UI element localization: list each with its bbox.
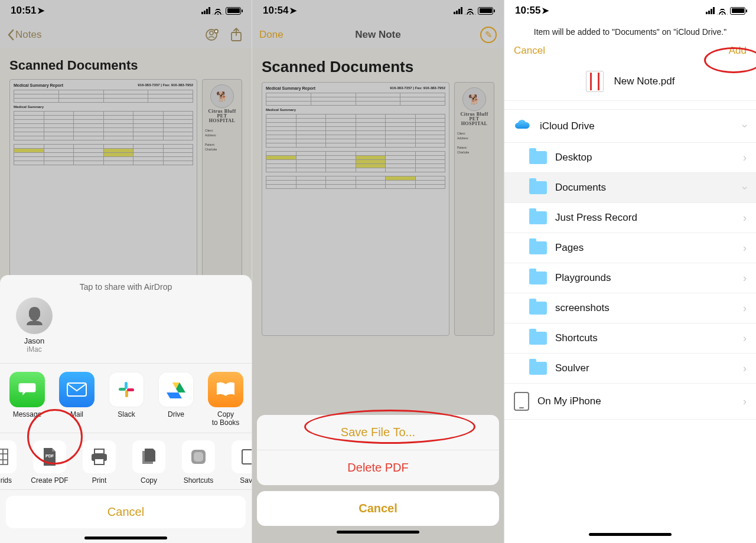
- svg-point-1: [210, 31, 213, 35]
- location-on-my-iphone[interactable]: On My iPhone›: [504, 384, 756, 420]
- share-app-message[interactable]: Message: [2, 372, 52, 426]
- share-icon[interactable]: [228, 27, 245, 43]
- home-indicator[interactable]: [84, 537, 167, 539]
- icloud-icon: [514, 118, 532, 134]
- cancel-button[interactable]: Cancel: [6, 496, 246, 528]
- action-print[interactable]: Print: [74, 440, 124, 485]
- folder-desktop[interactable]: Desktop›: [504, 143, 756, 173]
- svg-rect-10: [94, 449, 104, 454]
- folder-screenshots[interactable]: screenshots›: [504, 293, 756, 323]
- grid-icon: [0, 440, 17, 473]
- nav-bar: Notes: [0, 21, 252, 48]
- battery-icon: [226, 7, 241, 15]
- save-icon: [232, 440, 252, 473]
- chevron-right-icon: ›: [743, 332, 747, 345]
- copy-icon: [132, 440, 165, 473]
- status-bar: 10:55➤: [504, 0, 756, 21]
- chevron-right-icon: ›: [743, 362, 747, 375]
- cellular-icon: [706, 7, 715, 14]
- chevron-down-icon: ›: [739, 186, 751, 189]
- folder-playgrounds[interactable]: Playgrounds›: [504, 263, 756, 293]
- home-indicator[interactable]: [589, 533, 672, 536]
- panel-save-location: 10:55➤ Item will be added to "Documents"…: [504, 0, 756, 543]
- location-icon: ➤: [37, 5, 45, 16]
- svg-rect-15: [242, 450, 252, 464]
- svg-rect-6: [119, 388, 126, 391]
- action-sheet: Save File To... Delete PDF Cancel: [257, 415, 499, 537]
- folder-shortcuts[interactable]: Shortcuts›: [504, 323, 756, 354]
- svg-rect-7: [125, 390, 128, 397]
- pdf-page-2[interactable]: 🐕 Citrus Bluff PET HOSPITAL Client:Addre…: [454, 82, 494, 336]
- delete-pdf-button[interactable]: Delete PDF: [257, 450, 499, 485]
- cancel-button[interactable]: Cancel: [257, 491, 499, 526]
- wifi-icon: [717, 7, 728, 15]
- folder-icon: [529, 302, 547, 315]
- chevron-right-icon: ›: [743, 302, 747, 315]
- chevron-right-icon: ›: [743, 152, 747, 164]
- chevron-right-icon: ›: [743, 242, 747, 254]
- action-copy[interactable]: Copy: [124, 440, 174, 485]
- folder-icon: [529, 332, 547, 345]
- action-shortcuts[interactable]: Shortcuts: [174, 440, 223, 485]
- folder-just-press-record[interactable]: Just Press Record›: [504, 203, 756, 233]
- folder-icon: [529, 211, 547, 224]
- shortcuts-icon: [182, 440, 215, 473]
- save-message: Item will be added to "Documents" on "iC…: [504, 21, 756, 40]
- share-app-slack[interactable]: Slack: [102, 372, 151, 426]
- folder-soulver[interactable]: Soulver›: [504, 354, 756, 384]
- home-indicator[interactable]: [337, 531, 419, 534]
- folder-pages[interactable]: Pages›: [504, 233, 756, 263]
- panel-share-sheet: Scanned Documents Medical Summary Report…: [0, 0, 252, 543]
- toolbar: Cancel Add: [504, 40, 756, 63]
- location-icloud[interactable]: iCloud Drive ›: [504, 110, 756, 143]
- folder-icon: [529, 151, 547, 164]
- location-icon: ➤: [542, 5, 549, 16]
- done-button[interactable]: Done: [259, 29, 284, 41]
- folder-icon: [529, 241, 547, 254]
- pdf-icon: PDF: [33, 440, 66, 473]
- svg-text:PDF: PDF: [45, 454, 54, 458]
- chevron-right-icon: ›: [743, 395, 747, 408]
- iphone-icon: [514, 392, 529, 411]
- print-icon: [83, 440, 116, 473]
- note-title: Scanned Documents: [9, 58, 242, 73]
- markup-icon[interactable]: ✎: [480, 27, 497, 43]
- folder-icon: [529, 181, 547, 194]
- filename: New Note.pdf: [614, 76, 675, 87]
- battery-icon: [478, 7, 493, 15]
- share-app-drive[interactable]: Drive: [151, 372, 201, 426]
- svg-rect-4: [67, 383, 86, 396]
- chevron-down-icon: ›: [739, 125, 751, 128]
- file-to-save: New Note.pdf: [504, 63, 756, 101]
- cancel-button[interactable]: Cancel: [514, 45, 545, 57]
- airdrop-header: Tap to share with AirDrop: [0, 281, 252, 296]
- location-icon: ➤: [289, 5, 297, 16]
- chevron-right-icon: ›: [743, 272, 747, 284]
- share-app-books[interactable]: Copy to Books: [201, 372, 250, 426]
- share-app-mail[interactable]: Mail: [52, 372, 102, 426]
- cellular-icon: [454, 7, 462, 14]
- folder-documents[interactable]: Documents›: [504, 173, 756, 203]
- books-icon: [208, 372, 243, 407]
- action-save[interactable]: Save: [223, 440, 252, 485]
- pdf-preview[interactable]: Medical Summary Report 916-383-7357 | Fa…: [262, 82, 449, 336]
- status-bar: 10:51➤: [0, 0, 252, 21]
- battery-icon: [730, 7, 745, 15]
- panel-pdf-actions: Scanned Documents Medical Summary Report…: [252, 0, 504, 543]
- folder-icon: [529, 362, 547, 375]
- add-button[interactable]: Add: [729, 45, 747, 57]
- nav-bar: Done New Note ✎: [252, 21, 504, 48]
- save-file-button[interactable]: Save File To...: [257, 415, 499, 450]
- back-button[interactable]: Notes: [7, 29, 41, 41]
- note-title: Scanned Documents: [262, 58, 494, 76]
- action-lines-grids[interactable]: & Grids: [0, 440, 25, 485]
- action-create-pdf[interactable]: PDFCreate PDF: [25, 440, 74, 485]
- wifi-icon: [465, 7, 475, 15]
- wifi-icon: [213, 7, 223, 15]
- slack-icon: [109, 372, 144, 407]
- cellular-icon: [201, 7, 210, 14]
- airdrop-contact[interactable]: Jason iMac: [11, 297, 58, 354]
- chevron-right-icon: ›: [743, 212, 747, 224]
- message-icon: [9, 372, 45, 407]
- add-people-icon[interactable]: [204, 27, 221, 43]
